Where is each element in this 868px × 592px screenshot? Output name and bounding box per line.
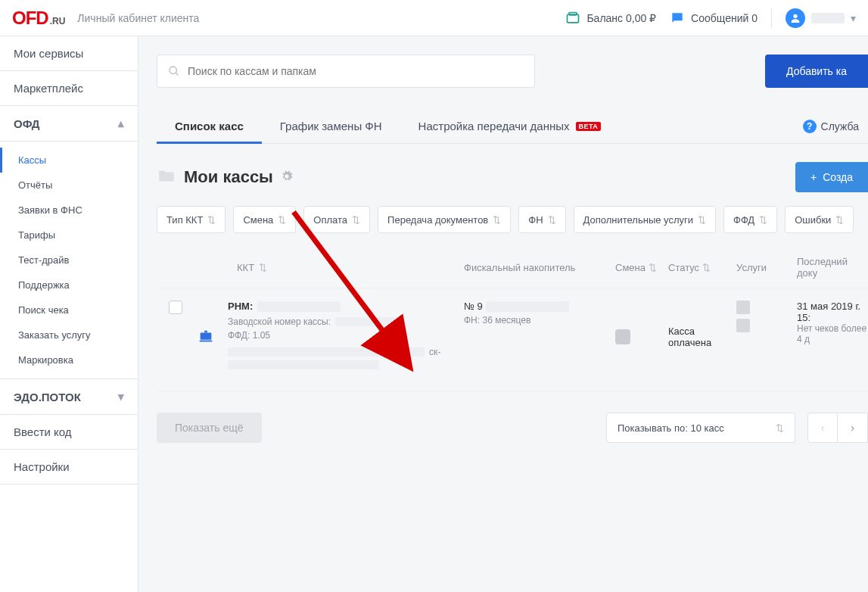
filter-errors[interactable]: Ошибки⇅ bbox=[785, 206, 854, 233]
col-lastdoc: Последний доку bbox=[797, 256, 868, 279]
sidebar-edo[interactable]: ЭДО.ПОТОК ▾ bbox=[0, 379, 138, 415]
filter-type[interactable]: Тип ККТ⇅ bbox=[157, 206, 226, 233]
page-title: Мои кассы bbox=[184, 167, 273, 187]
tab-fn-schedule[interactable]: График замены ФН bbox=[262, 109, 400, 143]
col-services: Услуги bbox=[736, 262, 797, 273]
sidebar-ofd-submenu: Кассы Отчёты Заявки в ФНС Тарифы Тест-др… bbox=[0, 142, 138, 379]
sidebar-marketplace[interactable]: Маркетплейс bbox=[0, 71, 138, 106]
search-input[interactable] bbox=[188, 65, 524, 77]
status-text: Касса оплачена bbox=[668, 301, 736, 372]
chat-icon bbox=[670, 11, 685, 26]
pager: ‹ › bbox=[807, 413, 868, 443]
svg-rect-7 bbox=[204, 330, 207, 332]
updown-icon: ⇅ bbox=[776, 422, 784, 434]
messages-text: Сообщений 0 bbox=[691, 12, 758, 24]
messages-link[interactable]: Сообщений 0 bbox=[670, 11, 758, 26]
filter-ffd[interactable]: ФФД⇅ bbox=[723, 206, 777, 233]
address-redacted-2 bbox=[228, 360, 379, 369]
col-smena[interactable]: Смена bbox=[615, 262, 646, 273]
filters: Тип ККТ⇅ Смена⇅ Оплата⇅ Передача докумен… bbox=[157, 206, 868, 247]
beta-badge: BETA bbox=[576, 122, 602, 131]
header-subtitle: Личный кабинет клиента bbox=[77, 12, 199, 24]
sidebar-item-kassy[interactable]: Кассы bbox=[0, 148, 138, 173]
chevron-up-icon: ▴ bbox=[118, 117, 124, 130]
sort-icon: ⇅ bbox=[702, 262, 711, 273]
sidebar-item-testdrive[interactable]: Тест-драйв bbox=[0, 248, 138, 273]
logo-suffix: .RU bbox=[50, 16, 66, 26]
sidebar-ofd-label: ОФД bbox=[14, 117, 39, 130]
balance-text: Баланс 0,00 ₽ bbox=[586, 12, 656, 24]
sidebar-item-support[interactable]: Поддержка bbox=[0, 273, 138, 298]
factory-label: Заводской номер кассы: bbox=[228, 316, 331, 327]
shift-status-icon bbox=[615, 329, 630, 344]
sidebar-item-findcheck[interactable]: Поиск чека bbox=[0, 298, 138, 322]
sort-icon: ⇅ bbox=[759, 214, 767, 226]
col-status[interactable]: Статус bbox=[668, 262, 699, 273]
svg-rect-5 bbox=[201, 332, 212, 339]
rnm-value-redacted bbox=[257, 301, 341, 312]
page-next[interactable]: › bbox=[838, 413, 868, 443]
sort-icon: ⇅ bbox=[835, 214, 844, 226]
service-icon-2 bbox=[736, 319, 750, 332]
per-page-select[interactable]: Показывать по: 10 касс ⇅ bbox=[606, 413, 795, 443]
col-kkt[interactable]: ККТ bbox=[237, 262, 254, 273]
row-checkbox[interactable] bbox=[169, 301, 182, 314]
sort-icon: ⇅ bbox=[259, 262, 267, 273]
support-link[interactable]: ? Служба bbox=[803, 120, 868, 133]
filter-addons[interactable]: Дополнительные услуги⇅ bbox=[574, 206, 716, 233]
create-folder-button[interactable]: + Созда bbox=[795, 162, 868, 192]
fn-number-prefix: № 9 bbox=[464, 301, 483, 312]
filter-docs[interactable]: Передача документов⇅ bbox=[378, 206, 511, 233]
filter-smena[interactable]: Смена⇅ bbox=[233, 206, 296, 233]
filter-fn[interactable]: ФН⇅ bbox=[518, 206, 565, 233]
tab-transfer[interactable]: Настройка передачи данных BETA bbox=[400, 109, 620, 143]
svg-rect-6 bbox=[200, 340, 213, 341]
sort-icon: ⇅ bbox=[352, 214, 360, 226]
divider bbox=[771, 8, 772, 28]
user-menu[interactable]: ▾ bbox=[786, 8, 856, 28]
tab-list[interactable]: Список касс bbox=[157, 109, 262, 143]
sort-icon: ⇅ bbox=[698, 214, 706, 226]
sidebar-item-reports[interactable]: Отчёты bbox=[0, 173, 138, 198]
table-header: ККТ⇅ Фискальный накопитель Смена⇅ Статус… bbox=[157, 247, 868, 288]
show-more-button[interactable]: Показать ещё bbox=[157, 413, 262, 443]
service-icon-1 bbox=[736, 301, 750, 314]
logo-text: OFD bbox=[12, 8, 48, 29]
chevron-down-icon: ▾ bbox=[851, 12, 856, 24]
app-header: OFD .RU Личный кабинет клиента Баланс 0,… bbox=[0, 0, 868, 36]
sidebar-ofd[interactable]: ОФД ▴ bbox=[0, 106, 138, 142]
add-kassa-button[interactable]: Добавить ка bbox=[765, 55, 868, 88]
balance-link[interactable]: Баланс 0,00 ₽ bbox=[565, 11, 656, 26]
sidebar-item-order[interactable]: Заказать услугу bbox=[0, 322, 138, 347]
ffd-value: ФФД: 1.05 bbox=[228, 330, 456, 341]
sidebar-edo-label: ЭДО.ПОТОК bbox=[14, 391, 81, 403]
table-row[interactable]: РНМ: Заводской номер кассы: ФФД: 1.05 ск… bbox=[157, 288, 868, 391]
sidebar-my-services[interactable]: Мои сервисы bbox=[0, 36, 138, 71]
logo[interactable]: OFD .RU bbox=[12, 8, 65, 29]
fn-duration: ФН: 36 месяцев bbox=[464, 315, 615, 326]
svg-point-2 bbox=[793, 14, 797, 17]
sort-icon: ⇅ bbox=[207, 214, 216, 226]
help-icon: ? bbox=[803, 120, 817, 133]
user-name-placeholder bbox=[811, 13, 845, 23]
avatar-icon bbox=[786, 8, 805, 28]
search-box[interactable] bbox=[157, 55, 535, 88]
svg-line-4 bbox=[176, 73, 178, 75]
filter-payment[interactable]: Оплата⇅ bbox=[303, 206, 370, 233]
sidebar-item-tariffs[interactable]: Тарифы bbox=[0, 223, 138, 248]
main-content: Добавить ка Список касс График замены ФН… bbox=[138, 36, 868, 592]
chevron-down-icon: ▾ bbox=[118, 390, 124, 403]
address-suffix: ск- bbox=[429, 347, 440, 357]
folder-icon bbox=[157, 167, 176, 189]
tabs: Список касс График замены ФН Настройка п… bbox=[157, 109, 868, 144]
gear-icon[interactable] bbox=[281, 170, 293, 185]
search-icon bbox=[168, 65, 180, 77]
sidebar-item-marking[interactable]: Маркировка bbox=[0, 347, 138, 372]
wallet-icon bbox=[565, 11, 580, 26]
page-prev[interactable]: ‹ bbox=[807, 413, 838, 443]
sidebar-enter-code[interactable]: Ввести код bbox=[0, 415, 138, 450]
plus-icon: + bbox=[810, 171, 817, 183]
sidebar-settings[interactable]: Настройки bbox=[0, 450, 138, 485]
sidebar-item-fns[interactable]: Заявки в ФНС bbox=[0, 198, 138, 223]
address-redacted bbox=[228, 347, 425, 357]
